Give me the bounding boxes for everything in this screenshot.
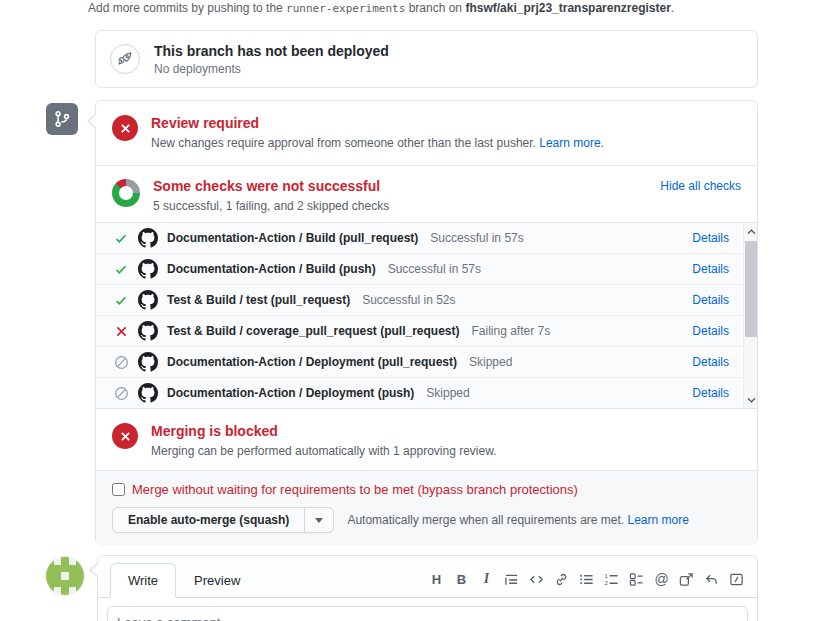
- reply-icon[interactable]: [701, 570, 722, 588]
- svg-text:1: 1: [604, 572, 608, 579]
- github-actions-avatar-icon: [138, 321, 158, 341]
- check-name: Documentation-Action / Build (push): [167, 262, 376, 276]
- check-result: Failing after 7s: [472, 324, 551, 338]
- merging-blocked-description: Merging can be performed automatically w…: [151, 444, 497, 458]
- task-list-icon[interactable]: [626, 570, 647, 588]
- auto-merge-learn-more-link[interactable]: Learn more: [628, 513, 689, 527]
- check-row: Documentation-Action / Deployment (push)…: [96, 378, 757, 409]
- scroll-down-icon[interactable]: [744, 391, 757, 408]
- skip-icon: [113, 355, 129, 370]
- skip-icon: [113, 386, 129, 401]
- merging-blocked-title: Merging is blocked: [151, 422, 497, 440]
- checks-donut-icon: [112, 179, 140, 207]
- bypass-protections-checkbox[interactable]: [112, 483, 125, 496]
- check-icon: [113, 263, 129, 276]
- push-hint-suffix: .: [671, 1, 674, 15]
- checks-summary-section: Some checks were not successful 5 succes…: [96, 166, 757, 223]
- checks-scrollbar[interactable]: [743, 223, 757, 408]
- auto-merge-row: Enable auto-merge (squash) Automatically…: [112, 507, 741, 533]
- check-icon: [113, 232, 129, 245]
- markdown-toolbar: H B I 12 @: [426, 570, 747, 597]
- check-details-link[interactable]: Details: [692, 262, 729, 276]
- check-details-link[interactable]: Details: [692, 355, 729, 369]
- comment-textarea[interactable]: [107, 606, 748, 621]
- checks-list: Documentation-Action / Build (pull_reque…: [96, 223, 757, 409]
- link-icon[interactable]: [551, 570, 572, 588]
- chevron-down-icon: [315, 518, 323, 523]
- check-row: Test & Build / test (pull_request) Succe…: [96, 285, 757, 316]
- check-name: Documentation-Action / Build (pull_reque…: [167, 231, 418, 245]
- push-hint-middle: branch on: [409, 1, 462, 15]
- svg-text:2: 2: [604, 579, 608, 586]
- deployment-subtitle: No deployments: [154, 62, 389, 76]
- enable-auto-merge-button-group: Enable auto-merge (squash): [112, 507, 334, 533]
- review-required-section: Review required New changes require appr…: [96, 101, 757, 166]
- bypass-protections-row: Merge without waiting for requirements t…: [112, 482, 741, 497]
- heading-icon[interactable]: H: [426, 570, 447, 588]
- bold-icon[interactable]: B: [451, 570, 472, 588]
- check-details-link[interactable]: Details: [692, 231, 729, 245]
- quote-icon[interactable]: [501, 570, 522, 588]
- github-actions-avatar-icon: [138, 228, 158, 248]
- check-row: Test & Build / coverage_pull_request (pu…: [96, 316, 757, 347]
- comment-form-header: Write Preview H B I 12: [98, 556, 757, 598]
- review-required-description: New changes require approval from someon…: [151, 136, 604, 150]
- review-description-text: New changes require approval from someon…: [151, 136, 536, 150]
- auto-merge-hint: Automatically merge when all requirement…: [347, 513, 689, 527]
- github-actions-avatar-icon: [138, 352, 158, 372]
- x-icon: [113, 326, 129, 337]
- tab-write[interactable]: Write: [110, 563, 176, 598]
- check-name: Documentation-Action / Deployment (pull_…: [167, 355, 457, 369]
- deployment-status-box: This branch has not been deployed No dep…: [95, 30, 758, 88]
- scroll-up-icon[interactable]: [744, 223, 757, 240]
- check-result: Successful in 57s: [430, 231, 523, 245]
- comment-body: [98, 598, 757, 621]
- checks-summary-subtitle: 5 successful, 1 failing, and 2 skipped c…: [153, 199, 389, 213]
- merge-actions-footer: Merge without waiting for requirements t…: [96, 471, 757, 546]
- check-details-link[interactable]: Details: [692, 386, 729, 400]
- mention-icon[interactable]: @: [651, 570, 672, 588]
- comment-form: Write Preview H B I 12: [97, 555, 758, 621]
- check-name: Test & Build / test (pull_request): [167, 293, 350, 307]
- code-icon[interactable]: [526, 570, 547, 588]
- checks-summary-title: Some checks were not successful: [153, 177, 389, 195]
- check-row: Documentation-Action / Deployment (pull_…: [96, 347, 757, 378]
- github-actions-avatar-icon: [138, 259, 158, 279]
- auto-merge-options-dropdown[interactable]: [304, 508, 333, 532]
- check-icon: [113, 294, 129, 307]
- branch-name: runner-experiments: [286, 2, 405, 15]
- push-hint-text: Add more commits by pushing to the runne…: [88, 1, 674, 15]
- x-circle-icon: [112, 115, 138, 141]
- user-avatar[interactable]: [46, 557, 84, 595]
- merging-blocked-section: Merging is blocked Merging can be perfor…: [96, 409, 757, 471]
- enable-auto-merge-button[interactable]: Enable auto-merge (squash): [113, 508, 304, 532]
- x-circle-icon: [112, 423, 138, 449]
- deployment-title: This branch has not been deployed: [154, 43, 389, 59]
- cross-reference-icon[interactable]: [676, 570, 697, 588]
- rocket-icon: [110, 44, 140, 74]
- merge-status-box: Review required New changes require appr…: [95, 100, 758, 545]
- check-row: Documentation-Action / Build (push) Succ…: [96, 254, 757, 285]
- unordered-list-icon[interactable]: [576, 570, 597, 588]
- saved-replies-icon[interactable]: [726, 570, 747, 588]
- tab-preview[interactable]: Preview: [176, 563, 258, 598]
- check-details-link[interactable]: Details: [692, 324, 729, 338]
- git-branch-icon: [46, 103, 78, 135]
- push-hint-prefix: Add more commits by pushing to the: [88, 1, 283, 15]
- ordered-list-icon[interactable]: 12: [601, 570, 622, 588]
- review-learn-more-link[interactable]: Learn more.: [539, 136, 604, 150]
- check-row: Documentation-Action / Build (pull_reque…: [96, 223, 757, 254]
- repo-name: fhswf/aki_prj23_transparenzregister: [465, 1, 670, 15]
- hide-all-checks-link[interactable]: Hide all checks: [660, 179, 741, 209]
- auto-merge-hint-text: Automatically merge when all requirement…: [347, 513, 624, 527]
- bypass-protections-label: Merge without waiting for requirements t…: [132, 482, 578, 497]
- check-result: Skipped: [426, 386, 469, 400]
- check-result: Successful in 57s: [388, 262, 481, 276]
- check-result: Successful in 52s: [362, 293, 455, 307]
- check-details-link[interactable]: Details: [692, 293, 729, 307]
- review-required-title: Review required: [151, 114, 604, 132]
- github-actions-avatar-icon: [138, 290, 158, 310]
- scrollbar-thumb[interactable]: [745, 241, 757, 337]
- comment-tabs: Write Preview: [110, 563, 258, 597]
- italic-icon[interactable]: I: [476, 570, 497, 588]
